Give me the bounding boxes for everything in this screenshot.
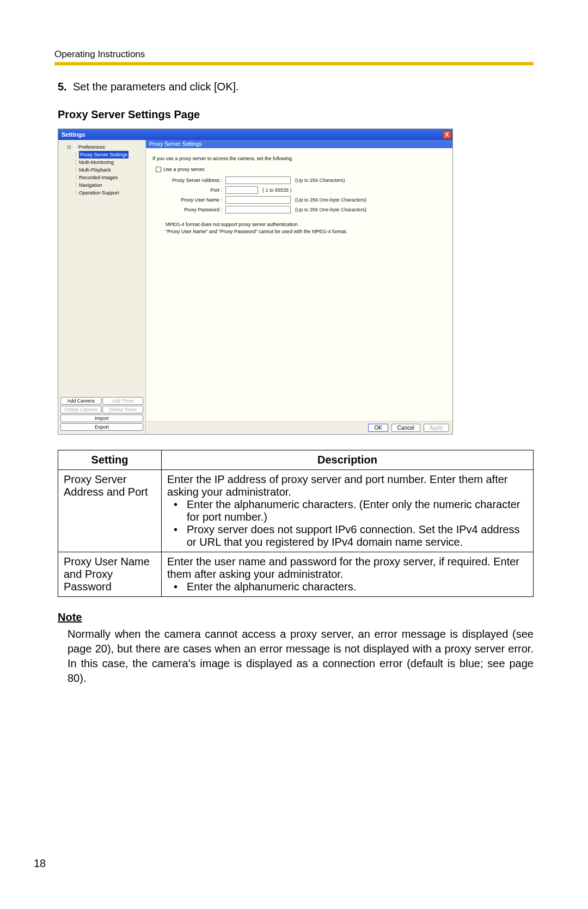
pass-label: Proxy Password : (166, 207, 225, 212)
tree-item-multi-playback[interactable]: Multi-Playback (79, 166, 111, 174)
row1-description: Enter the IP address of proxy server and… (162, 470, 534, 552)
dialog-titlebar: Settings X (58, 129, 452, 140)
row1-intro: Enter the IP address of proxy server and… (167, 473, 528, 498)
user-label: Proxy User Name : (166, 197, 225, 203)
pass-input[interactable] (225, 206, 291, 213)
import-button[interactable]: Import (60, 414, 143, 422)
address-label: Proxy Server Address : (166, 178, 225, 183)
close-icon[interactable]: X (443, 131, 451, 139)
col-description: Description (162, 450, 534, 470)
dialog-title: Settings (62, 131, 85, 138)
settings-table: Setting Description Proxy Server Address… (58, 450, 534, 597)
panel-header: Proxy Server Settings (146, 140, 452, 148)
tree-item-navigation[interactable]: Navigation (79, 181, 102, 189)
step-5: 5. Set the parameters and click [OK]. (54, 81, 534, 93)
row1-bullet2: Proxy server does not support IPv6 conne… (187, 523, 528, 548)
port-input[interactable] (225, 186, 258, 194)
panel-note-1: MPEG-4 format does not support proxy ser… (166, 221, 446, 228)
row2-description: Enter the user name and password for the… (162, 552, 534, 597)
row2-bullet1: Enter the alphanumeric characters. (187, 581, 528, 593)
delete-camera-button: Delete Camera (60, 406, 101, 413)
note-body: Normally when the camera cannot access a… (54, 627, 534, 686)
tree-item-operation-support[interactable]: Operation Support (79, 189, 119, 197)
doc-header: Operating Instructions (54, 49, 534, 60)
address-hint: (Up to 256 Characters) (291, 178, 345, 183)
export-button[interactable]: Export (60, 423, 143, 431)
add-timer-button: Add Timer (102, 397, 143, 405)
use-proxy-label: Use a proxy server. (163, 167, 206, 172)
apply-button: Apply (424, 424, 449, 432)
row2-setting: Proxy User Name and Proxy Password (58, 552, 162, 597)
use-proxy-checkbox[interactable] (156, 167, 161, 172)
step-text: Set the parameters and click [OK]. (73, 81, 239, 93)
col-setting: Setting (58, 450, 162, 470)
row2-intro: Enter the user name and password for the… (167, 556, 528, 581)
page-number: 18 (34, 857, 46, 870)
row1-bullet1: Enter the alphanumeric characters. (Ente… (187, 498, 528, 523)
step-number: 5. (58, 81, 73, 93)
tree-root[interactable]: Preferences (78, 143, 105, 151)
delete-timer-button: Delete Timer (102, 406, 143, 413)
pass-hint: (Up to 256 One-byte Characters) (291, 207, 366, 212)
user-input[interactable] (225, 196, 291, 204)
section-title: Proxy Server Settings Page (54, 108, 534, 121)
tree-item-recorded-images[interactable]: Recorded Images (79, 174, 118, 181)
address-input[interactable] (225, 176, 291, 184)
panel-intro: If you use a proxy server to access the … (152, 156, 446, 161)
row1-setting: Proxy Server Address and Port (58, 470, 162, 552)
header-rule (54, 62, 534, 65)
tree-item-proxy[interactable]: Proxy Server Settings (79, 151, 128, 158)
port-label: Port : (166, 187, 225, 193)
tree-item-multi-monitoring[interactable]: Multi-Monitoring (79, 158, 114, 166)
panel-note-2: "Proxy User Name" and "Proxy Password" c… (166, 228, 446, 235)
user-hint: (Up to 256 One-byte Characters) (291, 197, 366, 203)
settings-dialog: Settings X ⊟📄 Preferences ⋮Proxy Server … (58, 129, 453, 435)
note-heading: Note (54, 611, 534, 624)
preferences-tree[interactable]: ⊟📄 Preferences ⋮Proxy Server Settings ⋮M… (60, 143, 143, 197)
cancel-button[interactable]: Cancel (391, 424, 420, 432)
add-camera-button[interactable]: Add Camera (60, 397, 101, 405)
ok-button[interactable]: OK (368, 424, 388, 432)
port-hint: ( 1 to 65535 ) (258, 187, 292, 193)
